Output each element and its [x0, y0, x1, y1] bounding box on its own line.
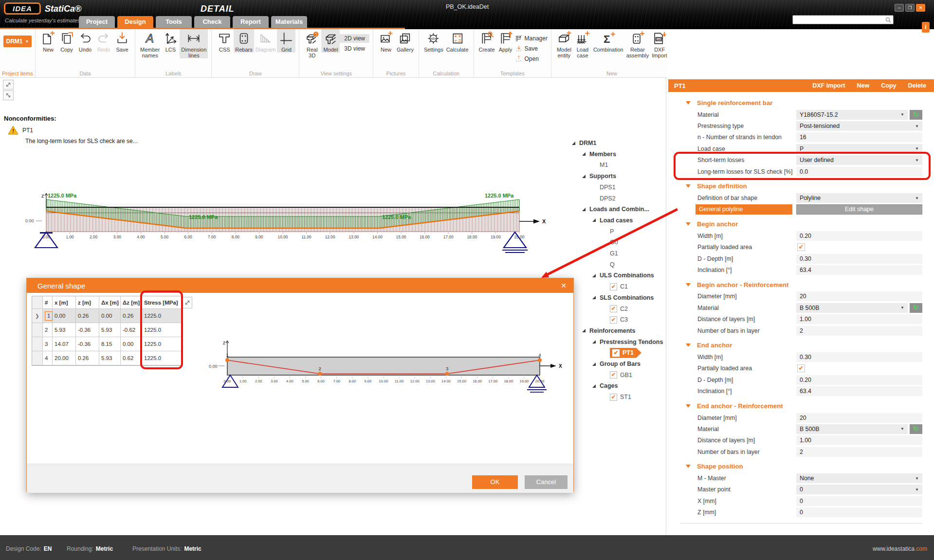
tab-tools[interactable]: Tools	[156, 16, 192, 28]
ribbon-button-gallery[interactable]: Gallery	[395, 29, 415, 53]
tree-item-gb1[interactable]: ✔GB1	[602, 370, 632, 380]
table-cell[interactable]: 3	[43, 337, 53, 351]
ribbon-button-apply[interactable]: Apply	[496, 29, 515, 53]
maximize-button[interactable]: ❐	[905, 4, 915, 12]
table-cell[interactable]: 0.26	[76, 351, 99, 365]
tree-expander-icon[interactable]	[582, 207, 589, 212]
table-cell[interactable]: 1225.0	[142, 337, 182, 351]
properties-action-delete[interactable]: Delete	[908, 82, 926, 89]
tree-expander-icon[interactable]	[592, 273, 600, 278]
property-value-field[interactable]: 2	[796, 447, 922, 457]
ribbon-button-grid[interactable]: Grid	[277, 29, 295, 53]
property-value-field[interactable]: 0.20	[796, 231, 922, 241]
tree-item-supports[interactable]: Supports	[582, 171, 616, 181]
tree-item-reinforcements[interactable]: Reinforcements	[582, 326, 635, 336]
section-collapse-icon[interactable]	[686, 184, 691, 188]
ribbon-button-lcs[interactable]: LCS	[161, 29, 180, 53]
tree-expander-icon[interactable]	[592, 384, 600, 388]
section-collapse-icon[interactable]	[686, 465, 691, 468]
table-cell[interactable]: -0.36	[76, 337, 99, 351]
property-dropdown[interactable]: User defined▼	[796, 155, 922, 165]
table-cell[interactable]: 1	[43, 309, 53, 323]
tab-materials[interactable]: Materials	[271, 16, 307, 28]
search-input[interactable]	[793, 16, 885, 23]
table-cell[interactable]: 0.00	[121, 337, 142, 351]
tree-expander-icon[interactable]	[582, 328, 589, 333]
tree-item-dps1[interactable]: DPS1	[592, 182, 616, 192]
property-value-field[interactable]: 0	[796, 496, 922, 506]
tree-item-cages[interactable]: Cages	[592, 381, 618, 391]
ribbon-button-undo[interactable]: Undo	[76, 29, 94, 53]
ribbon-button-new[interactable]: New	[39, 29, 57, 53]
property-value-field[interactable]: 1.00	[796, 314, 922, 324]
tree-expander-icon[interactable]	[592, 362, 600, 366]
ok-button[interactable]: OK	[472, 475, 518, 489]
table-cell[interactable]: 0.00	[99, 309, 121, 323]
table-cell[interactable]: 8.15	[99, 337, 121, 351]
tree-item-p[interactable]: P	[602, 227, 614, 236]
table-cell[interactable]: 5.93	[53, 323, 76, 337]
section-collapse-icon[interactable]	[686, 404, 691, 408]
edit-shape-button[interactable]: Edit shape	[796, 204, 922, 215]
table-cell[interactable]: 2	[43, 323, 53, 337]
ribbon-button-new[interactable]: New	[377, 29, 395, 53]
ribbon-button-create[interactable]: Create	[477, 29, 496, 53]
website-link[interactable]: www.ideastatica.com	[873, 545, 927, 552]
ribbon-button-copy[interactable]: Copy	[57, 29, 76, 53]
property-dropdown[interactable]: B 500B▼	[796, 424, 908, 434]
table-cell[interactable]: -0.36	[76, 323, 99, 337]
property-checkbox[interactable]: ✔	[797, 243, 805, 251]
tree-expander-icon[interactable]	[592, 295, 600, 300]
feedback-badge[interactable]: i	[922, 22, 930, 33]
tree-item-g1[interactable]: G1	[602, 249, 618, 258]
tree-checkbox[interactable]: ✔	[610, 283, 617, 290]
minimize-button[interactable]: –	[895, 4, 904, 12]
tree-expander-icon[interactable]	[592, 218, 600, 222]
ribbon-button-save[interactable]: Save	[113, 29, 131, 53]
property-dropdown[interactable]: Post-tensioned▼	[796, 121, 922, 131]
ribbon-button-rebar-assembly[interactable]: Rebar assembly	[625, 29, 650, 58]
zoom-extent-icon[interactable]	[3, 90, 14, 100]
tree-expander-icon[interactable]	[582, 174, 589, 179]
section-collapse-icon[interactable]	[686, 283, 691, 287]
tree-expander-icon[interactable]	[592, 340, 600, 344]
ribbon-button-save[interactable]: Save	[515, 44, 548, 53]
table-cell[interactable]: 1225.0	[142, 323, 182, 337]
tab-report[interactable]: Report	[233, 16, 269, 28]
nonconformity-item[interactable]: PT1	[22, 127, 33, 134]
property-value-field[interactable]: 20	[796, 413, 922, 423]
ribbon-button-load-case[interactable]: Load case	[573, 29, 592, 58]
table-cell[interactable]: 0.26	[121, 309, 142, 323]
material-refresh-icon[interactable]: ↻	[910, 424, 922, 434]
search-box[interactable]	[792, 15, 894, 24]
tree-item-c1[interactable]: ✔C1	[602, 282, 628, 291]
tree-item-group-of-bars[interactable]: Group of Bars	[592, 359, 641, 369]
tree-checkbox[interactable]: ✔	[610, 305, 617, 312]
material-refresh-icon[interactable]: ↻	[910, 110, 922, 120]
property-checkbox[interactable]: ✔	[797, 364, 805, 372]
tree-item-pt1[interactable]: ✔PT1	[602, 348, 641, 358]
zoom-fit-icon[interactable]	[3, 80, 14, 90]
ribbon-button-manager[interactable]: Manager	[515, 34, 548, 43]
properties-action-copy[interactable]: Copy	[881, 82, 896, 89]
property-value-field[interactable]: 20	[796, 291, 922, 301]
property-value-field[interactable]: 0	[796, 507, 922, 517]
property-value-field[interactable]: 0.0	[796, 167, 922, 177]
tree-item-dps2[interactable]: DPS2	[592, 194, 616, 203]
tree-checkbox[interactable]: ✔	[610, 394, 617, 401]
dialog-title-bar[interactable]: General shape ✕	[27, 278, 573, 293]
table-row-selector[interactable]: ❯	[32, 309, 43, 323]
close-button[interactable]: ✕	[916, 4, 925, 12]
section-collapse-icon[interactable]	[686, 101, 691, 105]
tree-expander-icon[interactable]	[582, 152, 589, 156]
tree-selected-item[interactable]: ✔PT1	[610, 348, 641, 358]
table-cell[interactable]: 0.00	[53, 309, 76, 323]
tree-item-members[interactable]: Members	[582, 149, 616, 159]
tab-check[interactable]: Check	[194, 16, 230, 28]
table-cell[interactable]: 20.00	[53, 351, 76, 365]
tree-checkbox[interactable]: ✔	[612, 349, 620, 357]
tree-item-c3[interactable]: ✔C3	[602, 315, 628, 325]
tree-item-drm1[interactable]: DRM1	[571, 138, 596, 148]
property-value-field[interactable]: 63.4	[796, 386, 922, 396]
table-cell[interactable]: 1225.0	[142, 351, 182, 365]
